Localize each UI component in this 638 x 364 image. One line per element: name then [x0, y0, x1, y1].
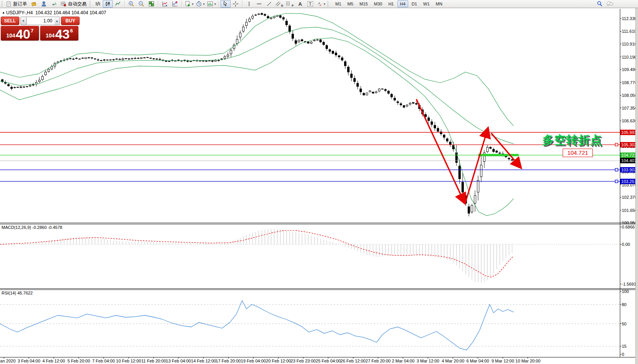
sell-button[interactable]: SELL [1, 17, 19, 25]
price-tick: 102.370 [622, 195, 637, 200]
macd-tick: 0.6866 [622, 225, 635, 229]
rsi-tick: 100 [622, 289, 629, 294]
collapse-panel-icon[interactable]: ▲ [2, 11, 5, 14]
macd-tick: -1.5691 [622, 282, 636, 286]
time-label: 11 Feb 20:00 [141, 359, 166, 363]
time-label: 30 Jan 2020 [0, 359, 15, 363]
sell-price-pip: 7 [31, 28, 33, 34]
bb-middle [0, 27, 514, 144]
time-label: 13 Feb 04:00 [166, 359, 191, 363]
rsi-tick: 80 [622, 302, 626, 307]
mt4-window: 新订单 自动交易 [0, 0, 638, 364]
time-label: 23 Feb 23:00 [291, 359, 316, 363]
level-handle[interactable] [615, 143, 618, 146]
time-label: 19 Feb 04:00 [241, 359, 266, 363]
level-handle[interactable] [615, 180, 618, 183]
price-tick: 110.910 [622, 42, 637, 46]
macd-title: MACD(12,26,9) [2, 225, 31, 230]
rsi-value: 45.7622 [17, 291, 33, 295]
bb-lower [0, 38, 514, 215]
time-label: 10 Feb 12:00 [116, 359, 141, 363]
sell-price-button[interactable]: 104407 [1, 26, 39, 41]
time-label: 26 Feb 12:00 [341, 359, 366, 363]
candles [2, 12, 513, 216]
symbol-info: ▲USDJPY-,H4 104.432 104.464 104.404 104.… [2, 10, 106, 15]
buy-price-pip: 6 [70, 28, 73, 34]
price-level-label[interactable]: 104.721 [563, 149, 593, 157]
volume-increase-button[interactable]: ▲ [54, 17, 60, 25]
buy-price-main: 43 [55, 27, 70, 41]
price-tick: 107.350 [622, 106, 637, 110]
price-tick: 108.050 [622, 93, 637, 98]
annotation-text[interactable]: 多空转折点 [542, 132, 602, 148]
trade-panel-controls: SELL ▼ ▲ BUY [1, 17, 80, 25]
rsi-tick: 50 [622, 322, 626, 326]
level-handle[interactable] [615, 168, 618, 171]
price-tick: 110.190 [622, 55, 637, 59]
window-edge [635, 8, 638, 364]
price-tick: 101.650 [622, 208, 637, 213]
price-tick: 109.490 [622, 67, 637, 72]
time-label: 10 Mar 20:00 [516, 359, 541, 363]
time-label: 25 Feb 04:00 [316, 359, 341, 363]
rsi-line [0, 301, 514, 350]
symbol-name: USDJPY-,H4 [6, 10, 33, 15]
buy-price-button[interactable]: 104436 [40, 26, 78, 41]
time-label: 17 Feb 20:00 [216, 359, 241, 363]
price-tick: 108.770 [622, 80, 637, 85]
time-label: 3 Mar 12:00 [417, 359, 439, 363]
time-label: 5 Feb 20:00 [68, 359, 90, 363]
price-tick: 112.330 [622, 16, 637, 21]
buy-button[interactable]: BUY [61, 17, 80, 25]
macd-signal-line [0, 230, 514, 277]
trend-arrow[interactable] [465, 127, 488, 204]
time-label: 20 Feb 12:00 [266, 359, 291, 363]
time-label: 2 Mar 04:00 [392, 359, 415, 363]
time-label: 4 Feb 12:00 [42, 359, 65, 363]
rsi-tick: 15 [622, 344, 626, 349]
time-label: 9 Mar 12:00 [492, 359, 514, 363]
time-label: 14 Feb 12:00 [191, 359, 216, 363]
price-tick: 111.610 [622, 29, 636, 34]
trend-arrow[interactable] [416, 99, 465, 204]
rsi-tick: 0 [622, 352, 624, 357]
sell-price-prefix: 104 [6, 32, 15, 39]
macd-label: MACD(12,26,9) -0.2860 -0.4578 [2, 225, 62, 230]
macd-values: -0.2860 -0.4578 [32, 225, 62, 230]
macd-tick: 0.00 [622, 242, 630, 247]
rsi-title: RSI(14) [2, 291, 16, 295]
one-click-trading-panel: SELL ▼ ▲ BUY 104407 104436 [1, 17, 80, 41]
trade-panel-prices: 104407 104436 [1, 26, 80, 41]
symbol-ohlc: 104.432 104.464 104.404 104.407 [36, 10, 107, 15]
time-label: 6 Mar 04:00 [467, 359, 489, 363]
time-label: 7 Feb 04:00 [92, 359, 115, 363]
volume-decrease-button[interactable]: ▼ [20, 17, 27, 25]
time-label: 4 Mar 20:00 [442, 359, 465, 363]
sell-price-main: 40 [16, 27, 31, 41]
time-label: 3 Feb 04:00 [18, 359, 41, 363]
buy-price-prefix: 104 [46, 32, 54, 39]
time-label: 27 Feb 20:00 [366, 359, 391, 363]
chart-canvas[interactable] [0, 0, 638, 364]
volume-input[interactable] [27, 17, 54, 25]
rsi-label: RSI(14) 45.7622 [2, 291, 33, 295]
price-tick: 106.630 [622, 119, 637, 123]
